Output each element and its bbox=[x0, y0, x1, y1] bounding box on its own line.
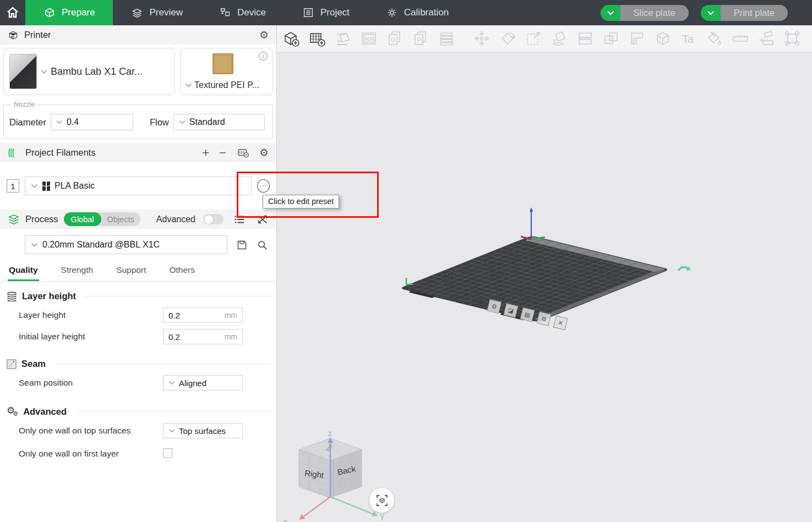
seam-group-header: Seam bbox=[0, 359, 276, 369]
3d-viewport[interactable]: ⚙ ◪ ▤ ⧉ ✕ Right Back bbox=[277, 52, 812, 522]
param-label: Seam position bbox=[19, 375, 157, 389]
chevron-down-icon bbox=[168, 428, 175, 433]
chevron-down-icon bbox=[179, 120, 186, 124]
svg-text:Ta: Ta bbox=[682, 33, 694, 45]
prepare-icon bbox=[43, 7, 56, 19]
filament-settings-gear-icon[interactable]: ⚙ bbox=[259, 147, 269, 158]
plate-arrange-icon[interactable]: ⧉ bbox=[537, 311, 552, 326]
plate-type-name[interactable]: Textured PEI P... bbox=[194, 80, 259, 90]
plate-type-card[interactable]: i Textured PEI P... bbox=[180, 48, 273, 95]
slice-options-dropdown[interactable] bbox=[601, 5, 620, 21]
print-plate-button[interactable]: Print plate bbox=[701, 5, 788, 21]
process-tabs: Quality Strength Support Others bbox=[0, 262, 276, 282]
tab-label: Calibration bbox=[404, 7, 449, 18]
nozzle-group: Nozzle Diameter 0.4 Flow Standard bbox=[3, 101, 273, 139]
param-row: Seam position Aligned bbox=[0, 375, 276, 391]
save-preset-icon[interactable] bbox=[236, 239, 248, 251]
slice-plate-button[interactable]: Slice plate bbox=[601, 5, 689, 21]
tab-preview[interactable]: Preview bbox=[113, 0, 200, 25]
filament-row: 1 PLA Basic ... bbox=[0, 177, 276, 195]
object-list-icon bbox=[437, 29, 456, 48]
chevron-down-icon bbox=[31, 243, 38, 247]
printer-model-card[interactable]: Bambu Lab X1 Car... bbox=[3, 48, 175, 95]
param-row: Layer height 0.2 mm bbox=[0, 307, 276, 323]
param-value: 0.2 bbox=[168, 311, 180, 320]
tab-device[interactable]: Device bbox=[201, 0, 284, 25]
tab-calibration[interactable]: Calibration bbox=[368, 0, 467, 25]
layer-height-group-title: Layer height bbox=[22, 291, 76, 301]
nozzle-flow-select[interactable]: Standard bbox=[173, 114, 265, 130]
tab-support[interactable]: Support bbox=[115, 262, 147, 281]
info-icon[interactable]: i bbox=[259, 52, 268, 61]
tab-label: Device bbox=[237, 7, 266, 18]
filament-icon bbox=[8, 147, 20, 158]
add-plate-icon[interactable] bbox=[307, 29, 327, 48]
plate-rotate-handle[interactable] bbox=[677, 265, 691, 273]
param-label: Initial layer height bbox=[19, 329, 157, 343]
chevron-down-icon bbox=[56, 120, 63, 124]
nozzle-flow-value: Standard bbox=[189, 117, 225, 127]
param-label: Only one wall on first layer bbox=[19, 446, 157, 460]
layer-height-input[interactable]: 0.2 mm bbox=[163, 307, 243, 323]
printer-photo bbox=[9, 54, 37, 89]
svg-text:0: 0 bbox=[391, 36, 395, 44]
seam-icon bbox=[7, 359, 17, 369]
param-label: Only one wall on top surfaces bbox=[19, 423, 157, 437]
ams-sync-icon[interactable] bbox=[237, 148, 249, 158]
param-value: 0.2 bbox=[168, 332, 180, 342]
search-preset-icon[interactable] bbox=[257, 239, 268, 251]
bambu-studio-window: Prepare Preview Device Project Calibrati… bbox=[0, 0, 812, 522]
merge-icon bbox=[601, 29, 621, 48]
flow-label: Flow bbox=[150, 117, 169, 128]
advanced-toggle[interactable] bbox=[203, 214, 224, 224]
scope-objects-button[interactable]: Objects bbox=[101, 215, 140, 224]
text-tool-icon: Ta bbox=[679, 29, 699, 48]
filaments-section-title: Project Filaments bbox=[25, 147, 95, 158]
tab-project[interactable]: Project bbox=[284, 0, 368, 25]
plate-handle bbox=[408, 290, 436, 298]
fit-view-button[interactable] bbox=[369, 488, 394, 513]
measure-icon bbox=[731, 29, 750, 48]
advanced-gears-icon: ⚙⚙ bbox=[7, 406, 18, 417]
variable-layer-height-icon bbox=[627, 29, 647, 48]
build-plate[interactable] bbox=[399, 235, 671, 322]
only-one-wall-top-select[interactable]: Top surfaces bbox=[163, 423, 243, 438]
svg-text:P: P bbox=[417, 36, 422, 44]
add-model-icon[interactable] bbox=[281, 29, 301, 48]
printer-section-title: Printer bbox=[24, 30, 51, 40]
process-icon bbox=[8, 214, 20, 225]
layer-height-group-header: Layer height bbox=[0, 291, 276, 301]
param-row: Initial layer height 0.2 mm bbox=[0, 329, 276, 344]
printer-section-header: Printer ⚙ bbox=[0, 25, 276, 45]
home-button[interactable] bbox=[0, 0, 25, 25]
filament-select[interactable]: PLA Basic bbox=[25, 177, 252, 195]
add-filament-icon[interactable]: + bbox=[202, 147, 209, 159]
tab-quality[interactable]: Quality bbox=[8, 262, 39, 281]
seam-position-select[interactable]: Aligned bbox=[163, 375, 243, 391]
tab-prepare[interactable]: Prepare bbox=[25, 0, 113, 25]
slice-plate-label[interactable]: Slice plate bbox=[620, 5, 689, 21]
print-plate-label[interactable]: Print plate bbox=[721, 5, 788, 21]
initial-layer-height-input[interactable]: 0.2 mm bbox=[163, 329, 243, 344]
remove-filament-icon[interactable]: − bbox=[219, 147, 226, 159]
only-one-wall-first-layer-checkbox[interactable] bbox=[163, 448, 172, 458]
process-section-header: Process Global Objects Advanced bbox=[0, 210, 276, 229]
nozzle-legend: Nozzle bbox=[12, 101, 37, 108]
tab-strength[interactable]: Strength bbox=[60, 262, 95, 281]
tab-others[interactable]: Others bbox=[168, 262, 196, 281]
plate-delete-icon[interactable]: ✕ bbox=[553, 316, 568, 331]
nozzle-diameter-select[interactable]: 0.4 bbox=[51, 114, 133, 130]
calibration-gear-icon bbox=[386, 7, 398, 19]
process-preset-select[interactable]: 0.20mm Standard @BBL X1C bbox=[25, 235, 227, 254]
plate-origin-axes bbox=[518, 205, 551, 245]
printer-model-name[interactable]: Bambu Lab X1 Car... bbox=[51, 66, 143, 78]
process-preset-name: 0.20mm Standard @BBL X1C bbox=[42, 240, 160, 250]
plate-settings-icon[interactable]: ⚙ bbox=[487, 299, 502, 314]
scope-global-button[interactable]: Global bbox=[64, 212, 101, 226]
print-options-dropdown[interactable] bbox=[701, 5, 721, 21]
process-preset-row: 0.20mm Standard @BBL X1C bbox=[25, 235, 269, 254]
printer-settings-gear-icon[interactable]: ⚙ bbox=[259, 30, 269, 40]
prepare-side-panel: Printer ⚙ Bambu Lab X1 Car... i Textured… bbox=[0, 25, 277, 522]
lay-flat-icon bbox=[549, 29, 569, 48]
auto-orient-icon: AUTO bbox=[333, 29, 353, 48]
